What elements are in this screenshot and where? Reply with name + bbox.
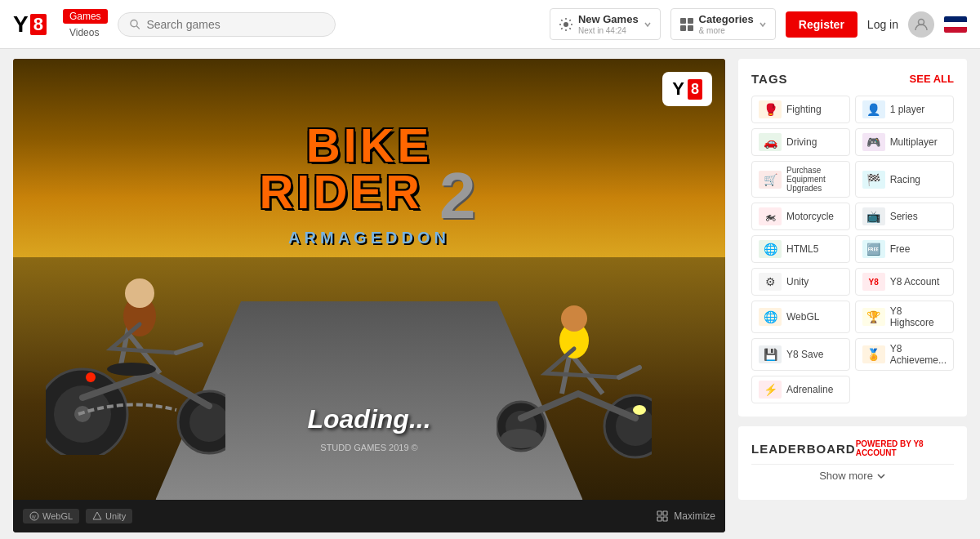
nav-tabs: Games Videos xyxy=(63,9,108,40)
title-armageddon: ARMAGEDDON xyxy=(288,229,450,247)
game-canvas: Y 8 BIKE RIDER 2 ARMAGEDDON xyxy=(13,59,725,500)
bottom-badges: W WebGL Unity xyxy=(23,509,132,523)
purchase-icon: 🛒 xyxy=(759,171,782,189)
tag-racing[interactable]: 🏁 Racing xyxy=(855,161,954,198)
y8account-icon: Y8 xyxy=(862,273,885,291)
html5-label: HTML5 xyxy=(786,243,818,255)
multiplayer-icon: 🎮 xyxy=(862,133,885,151)
header: Y 8 Games Videos New Games Next in 44:24 xyxy=(0,0,980,49)
tag-html5[interactable]: 🌐 HTML5 xyxy=(751,235,850,263)
y8achievement-icon: 🏅 xyxy=(862,345,885,363)
search-bar[interactable] xyxy=(118,12,336,37)
racing-icon: 🏁 xyxy=(862,171,885,189)
language-flag[interactable] xyxy=(944,16,967,33)
person-icon xyxy=(914,17,929,32)
motorcycle-icon: 🏍 xyxy=(759,207,782,225)
adrenaline-label: Adrenaline xyxy=(786,384,833,395)
y8-badge: Y 8 xyxy=(662,72,712,106)
tag-motorcycle[interactable]: 🏍 Motorcycle xyxy=(751,203,850,230)
tag-y8achievement[interactable]: 🏅 Y8 Achieveme... xyxy=(855,338,954,371)
categories-label: Categories xyxy=(699,13,754,25)
svg-point-16 xyxy=(107,363,156,376)
login-button[interactable]: Log in xyxy=(867,18,898,31)
game-bottom-bar: W WebGL Unity Maximize xyxy=(13,500,725,532)
unity-tag-label: Unity xyxy=(786,276,808,287)
tag-1player[interactable]: 👤 1 player xyxy=(855,96,954,123)
racing-label: Racing xyxy=(890,174,920,185)
search-input[interactable] xyxy=(146,18,323,31)
webgl-tag-icon: 🌐 xyxy=(759,308,782,326)
title-bike: BIKE xyxy=(306,118,433,172)
y8-badge-y: Y xyxy=(672,78,684,100)
tag-series[interactable]: 📺 Series xyxy=(855,203,954,230)
webgl-badge: W WebGL xyxy=(23,509,79,523)
show-more-label: Show more xyxy=(819,470,873,482)
tag-free[interactable]: 🆓 Free xyxy=(855,235,954,263)
gear-icon xyxy=(559,17,573,32)
powered-by: POWERED BY Y8 ACCOUNT xyxy=(856,439,954,457)
tag-adrenaline[interactable]: ⚡ Adrenaline xyxy=(751,376,850,403)
free-label: Free xyxy=(890,243,911,255)
main-layout: Y 8 BIKE RIDER 2 ARMAGEDDON xyxy=(0,49,980,539)
svg-rect-3 xyxy=(680,18,686,24)
svg-point-14 xyxy=(125,278,154,308)
y8account-label: Y8 Account xyxy=(890,276,940,287)
motorcycle-label: Motorcycle xyxy=(786,211,834,222)
y8highscore-icon: 🏆 xyxy=(862,308,885,326)
tag-driving[interactable]: 🚗 Driving xyxy=(751,128,850,156)
svg-rect-30 xyxy=(657,517,662,521)
register-button[interactable]: Register xyxy=(786,11,858,38)
tag-webgl[interactable]: 🌐 WebGL xyxy=(751,301,850,333)
unity-badge: Unity xyxy=(86,509,132,523)
tag-fighting[interactable]: 🥊 Fighting xyxy=(751,96,850,123)
y8save-label: Y8 Save xyxy=(786,349,823,360)
biker-left xyxy=(46,234,225,455)
nav-tab-videos[interactable]: Videos xyxy=(63,25,108,40)
user-avatar[interactable] xyxy=(908,11,934,38)
svg-marker-27 xyxy=(93,512,101,519)
nav-tab-games[interactable]: Games xyxy=(63,9,108,24)
free-icon: 🆓 xyxy=(862,240,885,258)
svg-rect-29 xyxy=(663,511,667,515)
chevron-down-icon-3 xyxy=(876,471,886,481)
y8-badge-8: 8 xyxy=(688,79,702,100)
show-more-button[interactable]: Show more xyxy=(751,464,954,487)
title-number: 2 xyxy=(439,159,479,232)
svg-point-15 xyxy=(86,372,96,382)
webgl-icon: W xyxy=(29,511,39,521)
tag-purchase[interactable]: 🛒 Purchase Equipment Upgrades xyxy=(751,161,850,198)
game-title: BIKE RIDER 2 ARMAGEDDON xyxy=(259,124,479,247)
categories-icon xyxy=(679,17,694,32)
see-all-link[interactable]: SEE ALL xyxy=(910,73,954,85)
leaderboard-title: LEADERBOARD xyxy=(751,442,856,456)
multiplayer-label: Multiplayer xyxy=(890,136,938,148)
svg-point-24 xyxy=(633,405,646,415)
loading-text: Loading... xyxy=(307,404,430,434)
categories-button[interactable]: Categories & more xyxy=(670,8,776,40)
tag-y8highscore[interactable]: 🏆 Y8 Highscore xyxy=(855,301,954,333)
game-area: Y 8 BIKE RIDER 2 ARMAGEDDON xyxy=(13,59,725,532)
tag-y8account[interactable]: Y8 Y8 Account xyxy=(855,268,954,296)
svg-rect-28 xyxy=(657,511,662,515)
logo-y: Y xyxy=(13,13,29,36)
logo[interactable]: Y 8 xyxy=(13,13,47,36)
categories-sub: & more xyxy=(699,26,754,35)
unity-tag-icon: ⚙ xyxy=(759,273,782,291)
svg-line-1 xyxy=(136,25,140,29)
tag-multiplayer[interactable]: 🎮 Multiplayer xyxy=(855,128,954,156)
tags-title: TAGS xyxy=(751,72,788,86)
tag-unity[interactable]: ⚙ Unity xyxy=(751,268,850,296)
new-games-button[interactable]: New Games Next in 44:24 xyxy=(550,8,661,40)
1player-icon: 👤 xyxy=(862,100,885,118)
fighting-icon: 🥊 xyxy=(759,100,782,118)
unity-icon xyxy=(92,511,102,521)
maximize-button[interactable]: Maximize xyxy=(656,510,715,523)
logo-8: 8 xyxy=(30,14,47,35)
svg-rect-4 xyxy=(688,18,693,24)
studd-credit: STUDD GAMES 2019 © xyxy=(320,443,417,452)
series-label: Series xyxy=(890,211,918,222)
tag-y8save[interactable]: 💾 Y8 Save xyxy=(751,338,850,371)
html5-icon: 🌐 xyxy=(759,240,782,258)
tags-header: TAGS SEE ALL xyxy=(751,72,954,86)
purchase-label: Purchase Equipment Upgrades xyxy=(786,166,843,193)
